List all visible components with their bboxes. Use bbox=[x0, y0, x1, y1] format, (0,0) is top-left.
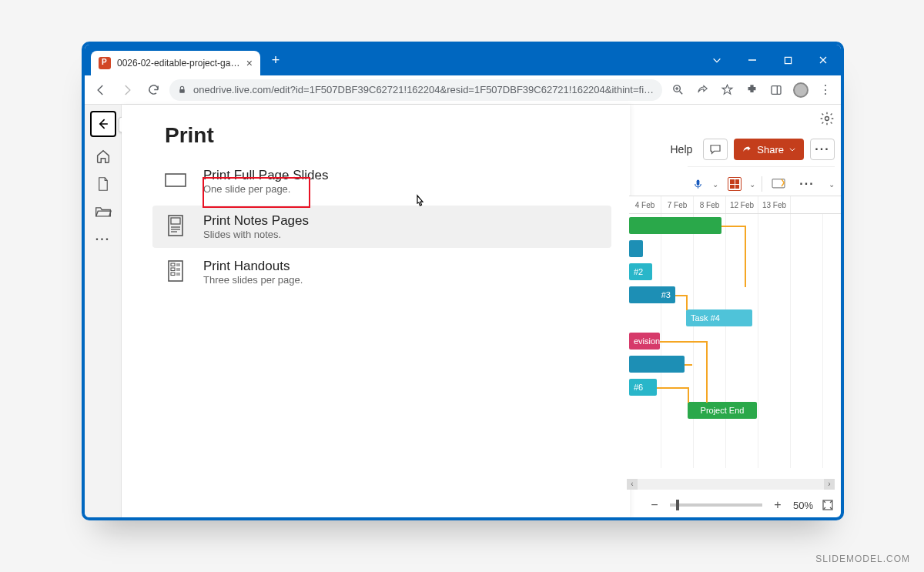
bookmark-icon[interactable] bbox=[718, 81, 736, 99]
zoom-slider[interactable] bbox=[670, 503, 762, 507]
gantt-body: #2 #3 Task #4 evision #6 Project End bbox=[629, 214, 841, 468]
gantt-date: 4 Feb bbox=[629, 196, 661, 213]
caret-icon[interactable]: ⌄ bbox=[749, 180, 755, 189]
powerpoint-icon bbox=[99, 57, 111, 69]
browser-menu-icon[interactable]: ⋮ bbox=[816, 81, 835, 99]
tab-title: 0026-02-editable-project-gantt bbox=[117, 58, 240, 69]
minimize-button[interactable] bbox=[735, 45, 770, 75]
svg-rect-2 bbox=[179, 89, 185, 93]
svg-rect-21 bbox=[171, 273, 175, 276]
gantt-date: 7 Feb bbox=[661, 196, 694, 213]
designer-icon[interactable] bbox=[725, 175, 745, 193]
help-menu[interactable]: Help bbox=[671, 143, 693, 156]
share-label: Share bbox=[757, 144, 784, 156]
print-heading: Print bbox=[165, 123, 611, 148]
maximize-button[interactable] bbox=[770, 45, 805, 75]
app-ribbon-icons: ⌄ ⌄ ··· ⌄ bbox=[688, 166, 835, 195]
backstage-rail: ··· bbox=[85, 105, 122, 517]
option-subtitle: Three slides per page. bbox=[203, 274, 303, 286]
svg-rect-10 bbox=[696, 179, 699, 186]
lock-icon bbox=[177, 85, 187, 95]
fullpage-icon bbox=[163, 168, 188, 192]
svg-rect-14 bbox=[171, 218, 180, 224]
divider bbox=[762, 176, 762, 192]
new-file-icon[interactable] bbox=[95, 176, 112, 192]
nav-back-button[interactable] bbox=[91, 80, 111, 100]
gantt-bar: Task #4 bbox=[686, 309, 752, 326]
gantt-bar: #3 bbox=[629, 286, 675, 303]
home-icon[interactable] bbox=[95, 148, 112, 165]
svg-rect-12 bbox=[166, 174, 186, 186]
gantt-preview: 4 Feb 7 Feb 8 Feb 12 Feb 13 Feb #2 #3 Ta… bbox=[629, 196, 841, 480]
browser-titlebar: 0026-02-editable-project-gantt × + bbox=[85, 45, 841, 75]
close-tab-icon[interactable]: × bbox=[246, 57, 253, 69]
print-full-page-option[interactable]: Print Full Page Slides One slide per pag… bbox=[152, 160, 611, 202]
svg-rect-19 bbox=[171, 263, 175, 266]
settings-icon[interactable] bbox=[819, 111, 835, 126]
share-button[interactable]: Share bbox=[734, 139, 804, 160]
svg-rect-7 bbox=[772, 85, 781, 94]
gantt-scrollbar[interactable]: ‹ › bbox=[627, 479, 835, 490]
address-bar: onedrive.live.com/edit?id=1F507DBF39C627… bbox=[85, 75, 841, 105]
scroll-track[interactable] bbox=[638, 479, 824, 490]
nav-forward-button[interactable] bbox=[117, 80, 137, 100]
handouts-icon bbox=[163, 259, 188, 283]
zoom-out-button[interactable]: − bbox=[647, 497, 662, 513]
window-controls bbox=[699, 45, 841, 75]
zoom-percent: 50% bbox=[793, 500, 813, 511]
scroll-left-icon[interactable]: ‹ bbox=[627, 479, 638, 490]
print-options-list: Print Full Page Slides One slide per pag… bbox=[152, 160, 611, 293]
url-field[interactable]: onedrive.live.com/edit?id=1F507DBF39C627… bbox=[169, 79, 662, 101]
ribbon-collapse-icon[interactable]: ⌄ bbox=[829, 180, 835, 189]
cursor-icon bbox=[413, 194, 427, 211]
option-subtitle: One slide per page. bbox=[203, 183, 329, 195]
sidepanel-icon[interactable] bbox=[767, 81, 785, 99]
gantt-date: 12 Feb bbox=[726, 196, 758, 213]
option-subtitle: Slides with notes. bbox=[203, 229, 309, 240]
gantt-bar bbox=[629, 356, 685, 373]
reload-button[interactable] bbox=[143, 80, 163, 100]
gantt-header: 4 Feb 7 Feb 8 Feb 12 Feb 13 Feb bbox=[629, 196, 841, 214]
dictate-icon[interactable] bbox=[688, 175, 708, 193]
comments-button[interactable] bbox=[703, 139, 728, 160]
option-title: Print Handouts bbox=[203, 259, 303, 274]
option-title: Print Notes Pages bbox=[203, 213, 309, 229]
svg-rect-1 bbox=[785, 57, 791, 63]
back-button[interactable] bbox=[90, 111, 116, 137]
app-content: Help Share ··· ⌄ ⌄ ··· bbox=[85, 105, 841, 517]
editor-icon[interactable] bbox=[768, 175, 788, 193]
extensions-icon[interactable] bbox=[742, 81, 761, 99]
url-text: onedrive.live.com/edit?id=1F507DBF39C627… bbox=[193, 84, 654, 95]
gantt-bar bbox=[629, 217, 721, 234]
watermark: SLIDEMODEL.COM bbox=[815, 554, 910, 564]
browser-window: 0026-02-editable-project-gantt × + bbox=[82, 42, 844, 520]
gantt-bar: evision bbox=[629, 333, 660, 350]
svg-line-4 bbox=[679, 92, 682, 95]
gantt-bar-label: #3 bbox=[661, 290, 671, 299]
gantt-bar: #2 bbox=[629, 263, 652, 280]
caret-icon[interactable]: ⌄ bbox=[712, 180, 718, 189]
print-handouts-option[interactable]: Print Handouts Three slides per page. bbox=[152, 251, 611, 293]
ribbon-more-icon[interactable]: ··· bbox=[795, 173, 819, 195]
open-folder-icon[interactable] bbox=[95, 203, 112, 220]
zoom-in-button[interactable]: + bbox=[770, 497, 785, 513]
gantt-bar: #6 bbox=[629, 379, 657, 396]
chevron-down-icon[interactable] bbox=[699, 45, 735, 75]
share-page-icon[interactable] bbox=[693, 81, 711, 99]
gantt-bar: Project End bbox=[688, 402, 757, 419]
fit-to-window-icon[interactable] bbox=[821, 498, 835, 512]
print-notes-option[interactable]: Print Notes Pages Slides with notes. bbox=[152, 206, 611, 248]
browser-tab[interactable]: 0026-02-editable-project-gantt × bbox=[91, 51, 260, 75]
ribbon-overflow-button[interactable]: ··· bbox=[810, 139, 835, 160]
scroll-right-icon[interactable]: › bbox=[824, 479, 835, 490]
app-ribbon-right: Help Share ··· bbox=[671, 139, 835, 160]
close-window-button[interactable] bbox=[805, 45, 841, 75]
option-title: Print Full Page Slides bbox=[203, 168, 329, 183]
gantt-date: 13 Feb bbox=[758, 196, 791, 213]
profile-avatar[interactable] bbox=[792, 81, 810, 99]
new-tab-button[interactable]: + bbox=[265, 49, 286, 71]
rail-more-icon[interactable]: ··· bbox=[95, 231, 112, 248]
zoom-bar: − + 50% bbox=[647, 497, 835, 513]
gantt-bar bbox=[629, 240, 643, 257]
zoom-icon[interactable] bbox=[668, 81, 687, 99]
